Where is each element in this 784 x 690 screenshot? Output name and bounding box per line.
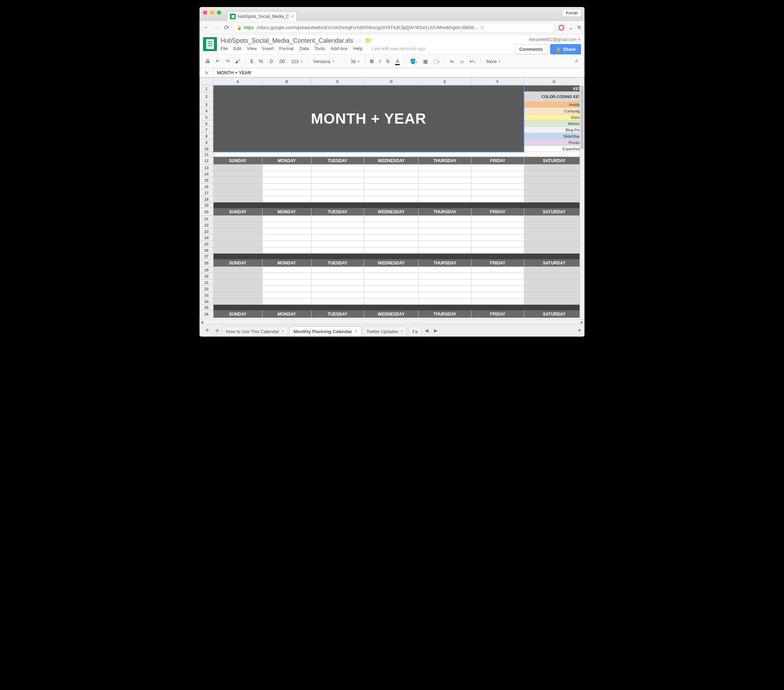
cell[interactable] [213,299,262,305]
cell[interactable] [364,247,418,254]
redo-icon[interactable]: ↷ [223,57,232,66]
row-header[interactable]: 35 [200,305,214,310]
cell[interactable] [311,273,364,279]
row-header[interactable]: 12 [200,157,214,165]
day-header[interactable]: MONDAY [262,157,311,165]
separator-row[interactable] [213,254,584,259]
menu-insert[interactable]: Insert [262,46,274,51]
cell[interactable] [262,165,311,171]
col-header[interactable]: G [524,78,584,86]
cell[interactable] [418,216,471,222]
cell[interactable] [262,247,311,254]
row-header[interactable]: 20 [200,208,214,216]
forward-button[interactable]: → [214,24,220,31]
move-folder-icon[interactable]: 📁 [365,38,372,44]
row-header[interactable]: 2 [200,92,214,102]
decrease-decimal-button[interactable]: .0 [266,57,275,66]
cell[interactable] [418,299,471,305]
cell[interactable] [418,196,471,203]
key-holiday[interactable]: Holiday [524,102,584,108]
cell[interactable] [213,235,262,241]
explore-button[interactable]: ✦ [577,327,582,334]
cell[interactable] [364,171,418,177]
paint-format-icon[interactable]: 🖌 [233,57,242,66]
day-header[interactable]: TUESDAY [311,208,364,216]
cell[interactable] [471,286,524,292]
row-header[interactable]: 6 [200,121,214,127]
cell[interactable] [364,286,418,292]
cell[interactable] [213,183,262,190]
row-header[interactable]: 22 [200,222,214,228]
row-header[interactable]: 32 [200,286,214,292]
cell[interactable] [524,183,584,190]
cell[interactable] [524,279,584,286]
scroll-right-icon[interactable]: ▶ [580,319,585,324]
key-webinar[interactable]: Webinar [524,121,584,127]
day-header[interactable]: WEDNESDAY [364,259,418,267]
day-header[interactable]: FRIDAY [471,310,524,318]
cell[interactable] [471,241,524,247]
cell[interactable] [364,165,418,171]
cell[interactable] [418,235,471,241]
day-header[interactable]: SATURDAY [524,310,584,318]
cell[interactable] [471,228,524,235]
cell[interactable] [311,235,364,241]
key-campaign[interactable]: Campaign [524,108,584,114]
day-header[interactable]: WEDNESDAY [364,208,418,216]
cell[interactable] [213,241,262,247]
row-header[interactable]: 36 [200,310,214,318]
cell[interactable] [471,222,524,228]
cell[interactable] [524,171,584,177]
cell[interactable] [213,196,262,203]
cell[interactable] [262,279,311,286]
opera-extension-icon[interactable] [558,25,564,30]
row-header[interactable]: 28 [200,259,214,267]
cell[interactable] [418,279,471,286]
cell[interactable] [364,190,418,196]
cell[interactable] [213,273,262,279]
cell[interactable] [364,267,418,273]
day-header[interactable]: SUNDAY [213,157,262,165]
cell[interactable] [471,196,524,203]
cell[interactable] [311,165,364,171]
cell[interactable] [213,286,262,292]
day-header[interactable]: SUNDAY [213,310,262,318]
day-header[interactable]: TUESDAY [311,310,364,318]
font-select[interactable]: Verdana▾ [311,58,342,66]
row-header[interactable]: 27 [200,254,214,259]
cell[interactable] [471,216,524,222]
row-header[interactable]: 21 [200,216,214,222]
cell[interactable] [364,299,418,305]
key-header2[interactable]: COLOR-CODING KEY: [524,92,584,102]
cell[interactable] [364,177,418,183]
currency-button[interactable]: $ [248,57,255,66]
cell[interactable] [311,196,364,203]
add-sheet-button[interactable]: + [202,327,212,335]
sheet-tab[interactable]: Fa [408,327,422,336]
cell[interactable] [524,216,584,222]
sheet-tab[interactable]: How to Use This Calendar▼ [222,327,288,336]
cell[interactable] [418,222,471,228]
row-header[interactable]: 13 [200,165,214,171]
row-header[interactable]: 34 [200,299,214,305]
collapse-toolbar-icon[interactable]: ㅅ [572,57,581,66]
cell[interactable] [262,286,311,292]
cell[interactable] [524,190,584,196]
cell[interactable] [524,241,584,247]
day-header[interactable]: FRIDAY [471,259,524,267]
back-button[interactable]: ← [203,24,209,31]
key-ebook[interactable]: Ebook [524,114,584,121]
more-button[interactable]: More▾ [484,58,503,66]
pocket-extension-icon[interactable]: ⌄ [568,24,573,31]
cell[interactable] [364,183,418,190]
vertical-scrollbar[interactable] [580,85,585,319]
cell[interactable] [471,273,524,279]
cell[interactable] [213,177,262,183]
row-header[interactable]: 1 [200,86,214,92]
cell[interactable] [364,235,418,241]
row-header[interactable]: 18 [200,196,214,203]
menu-tools[interactable]: Tools [314,46,325,51]
cell[interactable] [524,228,584,235]
day-header[interactable]: WEDNESDAY [364,310,418,318]
cell[interactable] [311,279,364,286]
